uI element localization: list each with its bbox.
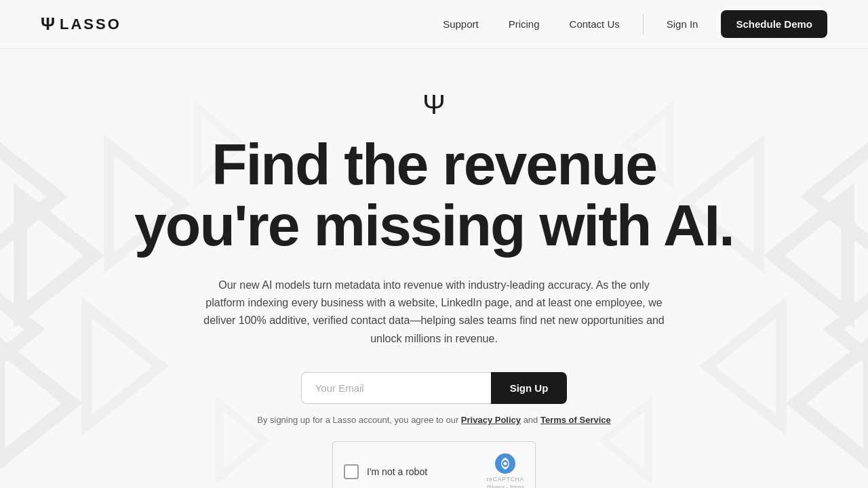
- svg-point-17: [504, 462, 507, 466]
- logo-link[interactable]: Ψ LASSO: [41, 14, 121, 35]
- captcha-left: I'm not a robot: [344, 464, 427, 479]
- captcha-right: reCAPTCHA Privacy - Terms: [486, 453, 524, 488]
- captcha-checkbox[interactable]: [344, 464, 359, 479]
- captcha-widget: I'm not a robot reCAPTCHA Privacy - Term…: [332, 441, 536, 488]
- navbar: Ψ LASSO Support Pricing Contact Us Sign …: [0, 0, 868, 49]
- hero-title: Find the revenue you're missing with AI.: [129, 134, 739, 256]
- hero-brand-icon: Ψ: [14, 89, 854, 120]
- tos-link[interactable]: Terms of Service: [540, 415, 611, 425]
- nav-support[interactable]: Support: [431, 13, 491, 35]
- signup-button[interactable]: Sign Up: [491, 372, 568, 404]
- nav-links: Support Pricing Contact Us Sign In Sched…: [431, 10, 827, 38]
- nav-divider: [643, 14, 644, 35]
- hero-section: Ψ Find the revenue you're missing with A…: [0, 49, 868, 488]
- privacy-policy-link[interactable]: Privacy Policy: [461, 415, 521, 425]
- recaptcha-logo-icon: [494, 453, 516, 474]
- captcha-brand-label: reCAPTCHA: [486, 476, 524, 483]
- hero-subtitle: Our new AI models turn metadata into rev…: [203, 277, 665, 348]
- signin-link[interactable]: Sign In: [654, 13, 711, 35]
- logo-icon: Ψ: [41, 14, 54, 35]
- captcha-policy-links: Privacy - Terms: [487, 484, 524, 488]
- schedule-demo-button[interactable]: Schedule Demo: [721, 10, 827, 38]
- nav-pricing[interactable]: Pricing: [496, 13, 552, 35]
- logo-text: LASSO: [60, 16, 121, 33]
- hero-content: Ψ Find the revenue you're missing with A…: [14, 89, 854, 488]
- signup-form: Sign Up: [14, 372, 854, 404]
- nav-contact[interactable]: Contact Us: [557, 13, 632, 35]
- captcha-label: I'm not a robot: [367, 466, 427, 477]
- email-input[interactable]: [301, 372, 491, 404]
- terms-text: By signing up for a Lasso account, you a…: [14, 415, 854, 425]
